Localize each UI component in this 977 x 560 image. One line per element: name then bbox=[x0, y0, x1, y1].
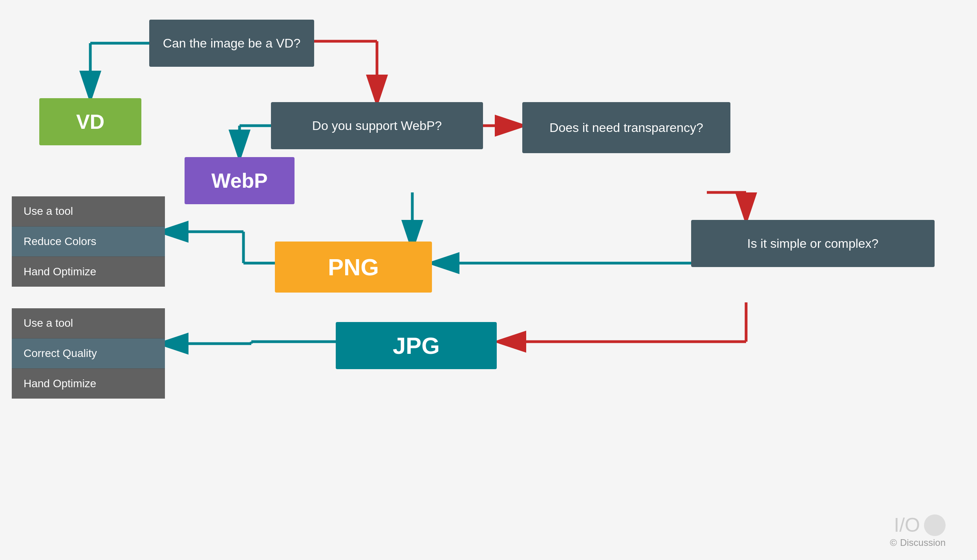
bottom-side-panel: Use a tool Correct Quality Hand Optimize bbox=[12, 308, 165, 399]
can-be-vd-box: Can the image be a VD? bbox=[149, 20, 314, 67]
discussion-label: © Discussion bbox=[890, 537, 946, 548]
bottom-panel-item-3: Hand Optimize bbox=[12, 369, 165, 399]
slash-icon: I/O bbox=[894, 514, 920, 536]
io-circle bbox=[924, 514, 946, 536]
simple-complex-box: Is it simple or complex? bbox=[691, 220, 935, 267]
google-io-watermark: I/O bbox=[894, 514, 946, 536]
top-panel-item-3: Hand Optimize bbox=[12, 257, 165, 287]
png-result-box: PNG bbox=[275, 242, 432, 293]
diagram-container: Can the image be a VD? VD Do you support… bbox=[0, 0, 977, 560]
vd-result-box: VD bbox=[39, 98, 141, 145]
need-transparency-box: Does it need transparency? bbox=[522, 102, 730, 153]
discussion-text: Discussion bbox=[900, 537, 946, 548]
jpg-result-box: JPG bbox=[336, 322, 497, 369]
copyright-icon: © bbox=[890, 537, 897, 548]
top-side-panel: Use a tool Reduce Colors Hand Optimize bbox=[12, 196, 165, 287]
webp-result-box: WebP bbox=[185, 157, 295, 204]
support-webp-box: Do you support WebP? bbox=[271, 102, 483, 149]
top-panel-item-1: Use a tool bbox=[12, 196, 165, 227]
bottom-panel-item-1: Use a tool bbox=[12, 308, 165, 339]
top-panel-item-2: Reduce Colors bbox=[12, 227, 165, 257]
bottom-panel-item-2: Correct Quality bbox=[12, 339, 165, 369]
